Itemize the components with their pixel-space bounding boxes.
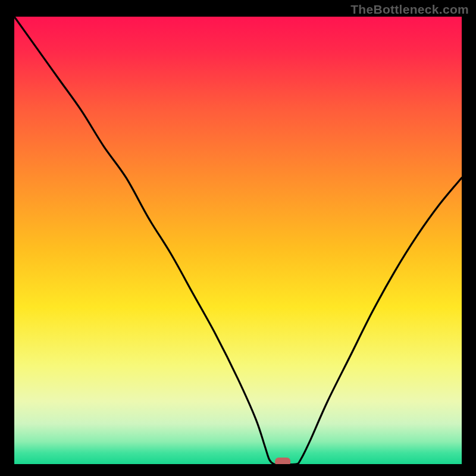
watermark-text: TheBottleneck.com (350, 2, 469, 17)
gradient-background (14, 17, 462, 464)
chart-frame: TheBottleneck.com (0, 0, 476, 476)
bottleneck-chart (14, 17, 462, 464)
minimum-marker (275, 458, 290, 464)
plot-area (14, 17, 462, 464)
